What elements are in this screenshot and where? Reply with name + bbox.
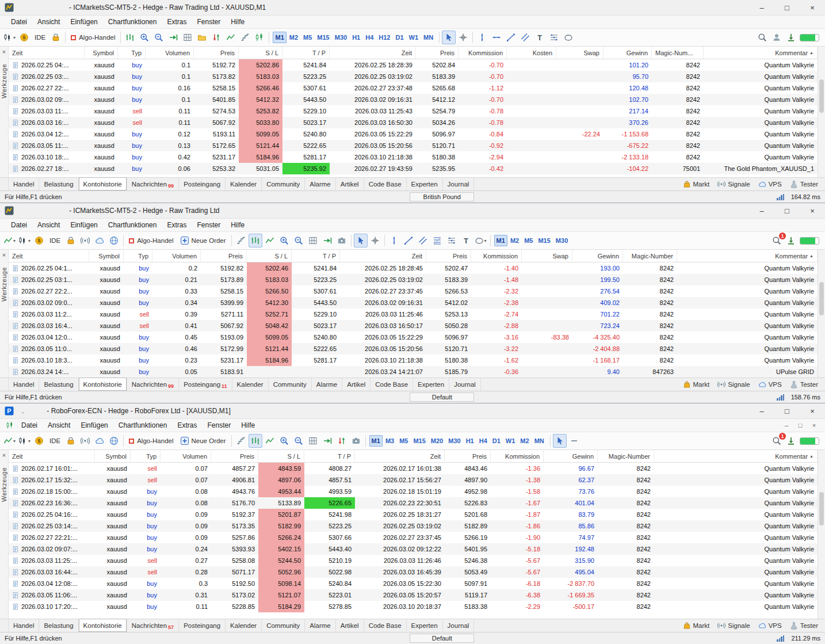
tab-handel[interactable]: Handel: [8, 178, 39, 190]
toolbox-side-tab-werkzeuge[interactable]: Werkzeuge: [1, 267, 7, 302]
scrollbar-thumb[interactable]: [819, 282, 824, 315]
table-row[interactable]: 2026.03.10 17:20:...xauusdbuy0.115228.85…: [9, 601, 818, 612]
tab-alarme[interactable]: Alarme: [305, 619, 335, 632]
trendline-button[interactable]: [504, 31, 518, 44]
cloud-button[interactable]: [93, 234, 106, 247]
table-row[interactable]: 2026.03.03 11:...xauusdsell0.115274.5352…: [9, 105, 818, 117]
cursor-button[interactable]: [442, 31, 456, 44]
table-row[interactable]: 2026.02.27 22:2...xauusdbuy0.335258.1552…: [9, 285, 818, 297]
column-header-zeit[interactable]: Zeit: [9, 450, 95, 462]
table-row[interactable]: 2026.02.25 03:14:...xauusdbuy0.095173.35…: [9, 520, 818, 532]
toolbox-side-tab-werkzeuge[interactable]: Werkzeuge: [1, 467, 7, 502]
column-header-kommentar[interactable]: Kommentar▲: [654, 450, 818, 462]
user-button[interactable]: [770, 31, 784, 44]
neue-order-button[interactable]: Neue Order: [177, 434, 229, 448]
table-row[interactable]: 2026.03.02 09:...xauusdbuy0.15401.855412…: [9, 94, 818, 105]
text-tool-button[interactable]: T: [459, 234, 473, 247]
tab-handel[interactable]: Handel: [8, 619, 39, 632]
column-header-kosten[interactable]: Kosten: [507, 47, 556, 59]
table-row[interactable]: 2026.03.05 11:0...xauusdbuy0.465172.9951…: [9, 343, 818, 355]
zoom-out-button[interactable]: [292, 434, 305, 448]
tab-artikel[interactable]: Artikel: [336, 619, 364, 632]
column-header-t-p[interactable]: T / P: [292, 250, 340, 262]
tab-belastung[interactable]: Belastung: [39, 619, 78, 632]
column-header-typ[interactable]: Typ: [131, 450, 161, 462]
hline-button[interactable]: [490, 31, 503, 44]
vline-button[interactable]: [475, 31, 489, 44]
column-header-zeit[interactable]: Zeit: [355, 450, 445, 462]
grid-button[interactable]: [306, 434, 320, 448]
menu-item-datei[interactable]: Datei: [6, 16, 32, 28]
timeframe-button-w1[interactable]: W1: [407, 32, 421, 43]
column-header-s-l[interactable]: S / L: [239, 47, 282, 59]
timeframe-button-mn[interactable]: MN: [532, 435, 547, 447]
column-header-gewinn[interactable]: Gewinn: [604, 47, 652, 59]
table-row[interactable]: 2026.03.03 16:4...xauusdsell0.415067.925…: [9, 320, 818, 331]
timeframe-button-m30[interactable]: M30: [553, 235, 570, 246]
column-header-preis[interactable]: Preis: [445, 450, 491, 462]
menu-item-ansicht[interactable]: Ansicht: [32, 219, 65, 231]
bars-button[interactable]: [249, 434, 262, 448]
menu-item-extras[interactable]: Extras: [162, 16, 192, 28]
tab-nachrichten[interactable]: Nachrichten57: [127, 619, 179, 632]
column-header-preis[interactable]: Preis: [416, 47, 459, 59]
column-header-s-l[interactable]: S / L: [258, 450, 304, 462]
algo-handel-button[interactable]: Algo-Handel: [68, 31, 118, 44]
tab-code-base[interactable]: Code Base: [364, 178, 407, 190]
column-header-symbol[interactable]: Symbol: [95, 450, 131, 462]
column-header-zeit[interactable]: Zeit: [9, 250, 89, 262]
table-row[interactable]: 2026.02.27 18:...xauusdbuy0.065253.32503…: [9, 163, 818, 174]
chart-type-button[interactable]: ▾: [2, 31, 17, 44]
step-chart-button[interactable]: [234, 434, 248, 448]
tab-nachrichten[interactable]: Nachrichten99: [127, 178, 179, 190]
minimize-button[interactable]: –: [749, 403, 774, 418]
column-header-volumen[interactable]: Volumen: [152, 250, 201, 262]
maximize-button[interactable]: □: [774, 403, 800, 418]
line-chart-button[interactable]: [224, 31, 238, 44]
search-button[interactable]: 1: [770, 434, 784, 448]
download-button[interactable]: [784, 31, 798, 44]
column-header-magic-number[interactable]: Magic-Number: [623, 250, 677, 262]
column-header-gewinn[interactable]: Gewinn: [544, 450, 598, 462]
timeframe-button-w1[interactable]: W1: [503, 435, 518, 447]
minimize-child-button[interactable]: –: [781, 422, 792, 429]
timeframe-button-m30[interactable]: M30: [446, 435, 463, 447]
tab-journal[interactable]: Journal: [443, 178, 475, 190]
crosshair-button[interactable]: [456, 31, 470, 44]
menu-item-ansicht[interactable]: Ansicht: [32, 16, 65, 28]
tab-alarme[interactable]: Alarme: [305, 178, 335, 190]
folder-button[interactable]: [195, 31, 209, 44]
panel-markt[interactable]: Markt: [679, 180, 713, 188]
panel-tester[interactable]: Tester: [786, 622, 822, 630]
timeframe-button-m15[interactable]: M15: [411, 435, 427, 447]
neue-order-button[interactable]: Neue Order: [177, 234, 229, 247]
menu-item-hilfe[interactable]: Hilfe: [226, 219, 250, 231]
algo-handel-button[interactable]: Algo-Handel: [126, 434, 176, 448]
maximize-child-button[interactable]: □: [795, 422, 805, 429]
table-row[interactable]: 2026.02.25 04:16:...xauusdbuy0.095192.37…: [9, 509, 818, 520]
column-header-preis[interactable]: Preis: [426, 250, 471, 262]
menu-item-einf-gen[interactable]: Einfügen: [75, 419, 113, 432]
timeframe-button-h1[interactable]: H1: [350, 32, 362, 43]
zoom-in-button[interactable]: [277, 434, 291, 448]
column-header-preis[interactable]: Preis: [211, 450, 258, 462]
timeframe-button-m2[interactable]: M2: [518, 435, 531, 447]
close-button[interactable]: ×: [800, 0, 825, 15]
panel-tester[interactable]: Tester: [786, 180, 822, 188]
trendline-button[interactable]: [402, 234, 415, 247]
timeframe-button-m5[interactable]: M5: [301, 32, 314, 43]
timeframe-button-m3[interactable]: M3: [383, 435, 396, 447]
line-chart-button[interactable]: ▾: [2, 234, 17, 247]
dollar-button[interactable]: $: [17, 31, 31, 44]
table-row[interactable]: 2026.02.23 16:36:...xauusdbuy0.085176.70…: [9, 497, 818, 509]
column-header-preis[interactable]: Preis: [194, 47, 239, 59]
menu-item-datei[interactable]: Datei: [6, 219, 32, 231]
menu-item-hilfe[interactable]: Hilfe: [226, 16, 250, 28]
table-row[interactable]: 2026.02.17 15:32:...xauusdsell0.074906.8…: [9, 474, 818, 486]
column-header-zeit[interactable]: Zeit: [340, 250, 426, 262]
search-button[interactable]: 1: [770, 234, 784, 247]
table-row[interactable]: 2026.03.05 11:...xauusdbuy0.135172.65512…: [9, 140, 818, 151]
table-row[interactable]: 2026.02.25 03:1...xauusdbuy0.215173.8951…: [9, 274, 818, 285]
tab-experten[interactable]: Experten: [407, 619, 443, 632]
menu-item-extras[interactable]: Extras: [162, 219, 192, 231]
